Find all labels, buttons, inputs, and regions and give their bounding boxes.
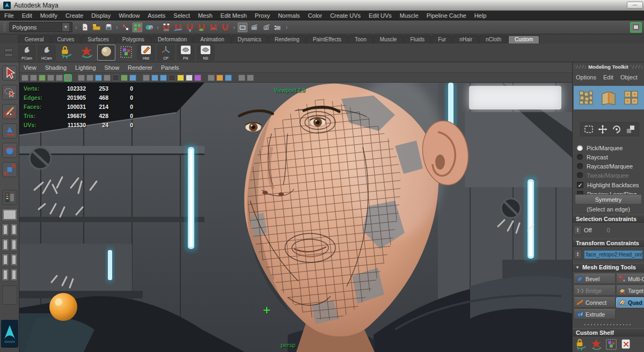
group-separator[interactable]: › (156, 24, 159, 31)
layout-custom-button[interactable] (2, 285, 17, 305)
layout-persp-graph-button[interactable] (2, 253, 18, 266)
open-scene-icon[interactable] (92, 23, 101, 32)
viewport-toolbar-icon[interactable] (104, 75, 111, 81)
paste-tool-shelf-button[interactable] (117, 45, 135, 61)
layout-single-pane-button[interactable] (2, 208, 18, 221)
quad-draw-button[interactable]: Quad Dr (616, 297, 644, 307)
group-separator[interactable]: › (232, 24, 236, 31)
construction-history-icon[interactable] (261, 23, 271, 32)
layout-four-pane-button[interactable] (2, 223, 18, 236)
toolkit-header[interactable]: Modeling Toolkit (573, 63, 644, 70)
viewport-toolbar-icon[interactable] (56, 75, 63, 81)
viewport-toolbar-icon[interactable] (39, 75, 46, 81)
menu-edit-uvs[interactable]: Edit UVs (369, 12, 392, 19)
fn-shelf-button[interactable]: FN (177, 45, 195, 61)
viewport-toolbar-icon[interactable] (225, 75, 232, 81)
shelf-tab-polygons[interactable]: Polygons (116, 35, 151, 43)
shelf-tab-nhair[interactable]: nHair (453, 35, 479, 43)
shelf-tab-muscle[interactable]: Muscle (374, 35, 404, 43)
viewport-toolbar-icon[interactable] (30, 75, 37, 81)
shelf-tab-toon[interactable]: Toon (348, 35, 373, 43)
viewport-toolbar-icon[interactable] (160, 75, 167, 81)
menu-display[interactable]: Display (91, 12, 111, 19)
move-tool-button[interactable] (2, 123, 17, 138)
panel-resize-dots[interactable] (584, 324, 632, 325)
paint-select-tool-button[interactable] (2, 104, 17, 119)
spike-tool-shelf-button[interactable] (77, 45, 96, 61)
menu-modify[interactable]: Modify (40, 12, 57, 19)
mesh-editing-tools-header[interactable]: ▼ Mesh Editing Tools (573, 263, 644, 272)
lock-hand-shelf-button[interactable] (57, 45, 76, 61)
viewport-toolbar-icon[interactable] (143, 75, 150, 81)
shelf-tab-surfaces[interactable]: Surfaces (81, 35, 115, 43)
symmetry-button[interactable]: Symmetry (575, 194, 642, 204)
viewport-toolbar-icon[interactable] (238, 75, 245, 81)
rotate-tool-button[interactable] (2, 143, 17, 158)
menu-file[interactable]: File (4, 12, 14, 19)
viewport-toolbar-icon[interactable] (177, 75, 184, 81)
vp-menu-shading[interactable]: Shading (45, 64, 67, 71)
tk-menu-options[interactable]: Options (576, 74, 596, 80)
shelf-tab-fur[interactable]: Fur (431, 35, 452, 43)
minimize-button[interactable]: — (627, 2, 643, 9)
menu-color[interactable]: Color (308, 12, 322, 19)
vp-menu-view[interactable]: View (24, 64, 36, 71)
menu-create-uvs[interactable]: Create UVs (330, 12, 361, 19)
shelf-arrows[interactable] (1, 48, 16, 57)
raycast-radio[interactable]: Raycast (577, 153, 608, 161)
transform-constraints-header[interactable]: Transform Constraints (573, 239, 644, 247)
shelf-tab-custom[interactable]: Custom (508, 35, 539, 43)
viewport-toolbar-icon[interactable] (169, 75, 175, 81)
tk-menu-edit[interactable]: Edit (603, 74, 613, 80)
menu-assets[interactable]: Assets (148, 12, 165, 19)
group-separator[interactable]: › (75, 24, 78, 31)
viewport-toolbar-icon[interactable] (78, 75, 85, 81)
tk-menu-object[interactable]: Object (620, 74, 638, 80)
multi-cut-button[interactable]: Multi-Cu (616, 274, 644, 284)
history-input-icon[interactable] (238, 23, 247, 32)
select-object-icon[interactable] (133, 23, 142, 32)
render-history-icon[interactable] (273, 23, 283, 32)
viewport-toolbar-icon[interactable] (129, 75, 136, 81)
ns-shelf-button[interactable]: NS (196, 45, 215, 61)
constraint-value[interactable]: Off (584, 227, 591, 233)
vp-menu-renderer[interactable]: Renderer (128, 64, 152, 71)
viewport-toolbar-icon[interactable] (95, 75, 102, 81)
sphere-shelf-button[interactable] (97, 45, 115, 61)
menu-create[interactable]: Create (65, 12, 83, 19)
raycast-marquee-radio[interactable]: Raycast/Marquee (577, 162, 633, 170)
snap-grid-icon[interactable] (162, 23, 171, 32)
rotate-icon[interactable] (612, 124, 621, 134)
shelf-tab-painteffects[interactable]: PaintEffects (306, 35, 348, 43)
connect-button[interactable]: Connect (574, 297, 616, 307)
new-scene-icon[interactable] (80, 23, 90, 32)
shelf-tab-deformation[interactable]: Deformation (151, 35, 193, 43)
topology-target-field[interactable]: face_retopo2:Head_only1:Me (584, 250, 643, 259)
drag-handle[interactable] (574, 65, 586, 69)
pick-marquee-radio[interactable]: Pick/Marquee (577, 144, 623, 152)
layout-hypershade-button[interactable] (2, 268, 18, 281)
lock-hand-icon[interactable] (575, 338, 588, 351)
vertex-selection-icon[interactable] (578, 90, 594, 106)
menu-select[interactable]: Select (173, 12, 190, 19)
menu-edit-mesh[interactable]: Edit Mesh (221, 12, 247, 19)
menu-mesh[interactable]: Mesh (198, 12, 213, 19)
shelf-tab-ncloth[interactable]: nCloth (479, 35, 508, 43)
snap-point-icon[interactable] (185, 23, 195, 32)
extrude-button[interactable]: Extrude (574, 309, 616, 319)
menu-normals[interactable]: Normals (278, 12, 300, 19)
menu-edit[interactable]: Edit (22, 12, 32, 19)
cp-shelf-button[interactable]: CP (157, 45, 175, 61)
scale-tool-button[interactable] (2, 162, 17, 177)
save-scene-icon[interactable] (104, 23, 113, 32)
edge-selection-icon[interactable] (601, 90, 617, 106)
hist-shelf-button[interactable]: Hist (137, 45, 155, 61)
lasso-tool-button[interactable] (2, 85, 17, 100)
menu-pipeline-cache[interactable]: Pipeline Cache (427, 12, 466, 19)
viewport-toolbar-icon[interactable] (121, 75, 128, 81)
shelf-tab-rendering[interactable]: Rendering (268, 35, 306, 43)
shelf-tab-curves[interactable]: Curves (51, 35, 81, 43)
snap-projected-center-icon[interactable] (197, 23, 207, 32)
status-grip[interactable] (3, 23, 6, 32)
viewport-toolbar-icon[interactable] (86, 75, 93, 81)
